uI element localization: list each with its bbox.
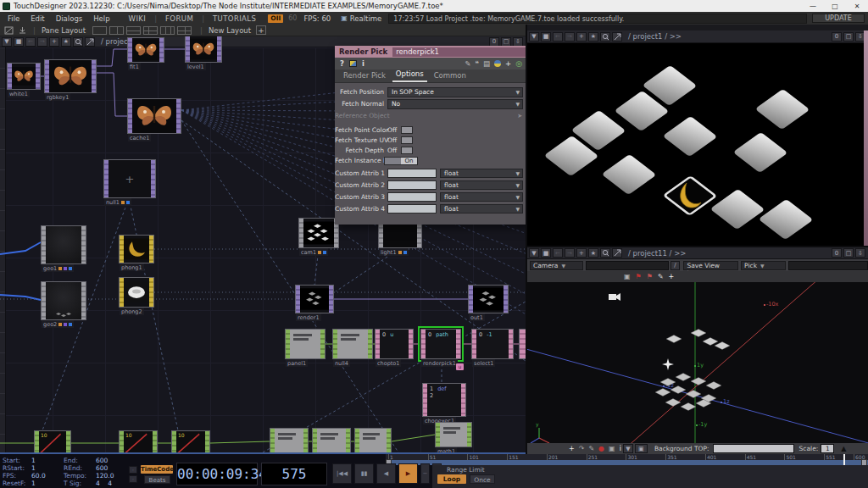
- menu-item-dialogs[interactable]: Dialogs: [56, 14, 83, 23]
- timeline-field-value[interactable]: 4 4: [96, 480, 112, 487]
- node-level1[interactable]: level1: [185, 36, 222, 63]
- attrib-type-menu[interactable]: float▼: [440, 169, 523, 178]
- node-viewer[interactable]: [300, 286, 329, 313]
- corner-arrow-icon[interactable]: ▲: [841, 445, 846, 452]
- pane-maximize-button[interactable]: □: [843, 248, 854, 258]
- node-math1[interactable]: math1: [435, 422, 472, 447]
- performance-badge[interactable]: OII: [268, 14, 283, 23]
- new-layout-button[interactable]: +: [256, 25, 266, 35]
- node-viewer[interactable]: [12, 64, 36, 89]
- output-connector[interactable]: [387, 429, 391, 452]
- toggle-box[interactable]: [401, 136, 413, 144]
- attrib-field[interactable]: [387, 204, 437, 214]
- move-icon[interactable]: +: [569, 445, 575, 452]
- node-viewer[interactable]: 0u: [380, 330, 409, 358]
- python-icon[interactable]: [494, 60, 501, 67]
- attrib-field[interactable]: [387, 180, 437, 190]
- record-icon[interactable]: ●: [598, 445, 604, 452]
- render-output-pane[interactable]: ▼■←→+★ / project1 / >> 0□⇩: [526, 25, 868, 246]
- game-tile[interactable]: [601, 154, 656, 195]
- node-viewer[interactable]: [190, 36, 217, 62]
- camera-tool-icon[interactable]: ▣: [624, 273, 631, 280]
- node-null4[interactable]: null4: [332, 329, 373, 359]
- search-button[interactable]: [73, 37, 83, 47]
- node-viewer[interactable]: [317, 429, 346, 452]
- game-tile[interactable]: [732, 132, 787, 173]
- node-chopexec1[interactable]: 1def2chopexec1: [422, 383, 466, 417]
- rotate-icon[interactable]: ↷: [579, 445, 585, 452]
- geometry-viewport[interactable]: -10x1y-1y-1z1zy: [527, 282, 868, 445]
- output-connector[interactable]: [81, 226, 86, 263]
- loop-button[interactable]: Loop: [437, 474, 466, 484]
- info-icon[interactable]: i: [362, 59, 364, 68]
- camera-view-button[interactable]: ▣: [635, 444, 648, 453]
- play-button[interactable]: ▶: [398, 463, 418, 484]
- node-null6[interactable]: 0: [519, 329, 526, 359]
- output-connector[interactable]: [153, 431, 157, 452]
- pane-split-button[interactable]: ⇩: [513, 37, 523, 47]
- back-button[interactable]: ←: [25, 37, 36, 47]
- pause-button[interactable]: ▮▮: [354, 463, 374, 484]
- output-connector[interactable]: [159, 38, 164, 62]
- timeline-field-value[interactable]: 1: [31, 457, 36, 464]
- menu-link-wiki[interactable]: WIKI: [129, 14, 147, 23]
- minimize-button[interactable]: —: [802, 0, 824, 12]
- add-button[interactable]: +: [576, 32, 587, 42]
- camera-small-button[interactable]: /: [670, 261, 681, 270]
- node-viewer[interactable]: [275, 429, 303, 452]
- node-viewer[interactable]: [473, 286, 504, 313]
- camera-select[interactable]: Camera▼: [530, 261, 583, 270]
- game-tile[interactable]: [758, 199, 813, 240]
- info-icon[interactable]: i: [620, 445, 621, 452]
- output-connector[interactable]: [36, 64, 40, 89]
- timeline-field-value[interactable]: 1: [31, 464, 36, 472]
- save-layout-icon[interactable]: [18, 26, 27, 35]
- draw-icon[interactable]: ✎: [588, 445, 594, 452]
- scale-field[interactable]: 1: [821, 444, 834, 453]
- search-button[interactable]: [600, 248, 610, 258]
- node-viewer[interactable]: [49, 60, 92, 92]
- output-connector[interactable]: [461, 384, 465, 416]
- game-tile[interactable]: [754, 89, 810, 130]
- node-cam1[interactable]: cam1: [298, 218, 339, 248]
- attrib-type-menu[interactable]: float▼: [440, 180, 523, 190]
- attrib-field[interactable]: [387, 192, 437, 202]
- close-button[interactable]: ✕: [846, 0, 868, 12]
- output-connector[interactable]: [205, 431, 209, 452]
- output-connector[interactable]: [151, 160, 155, 197]
- play-reverse-button[interactable]: ◀: [376, 463, 396, 484]
- timeline-field-value[interactable]: 120.0: [96, 472, 114, 480]
- pane-split-button[interactable]: ⇩: [855, 248, 865, 258]
- node-viewer[interactable]: [124, 278, 149, 307]
- node-select1[interactable]: 0-1select1: [471, 329, 514, 359]
- menu-link-tutorials[interactable]: TUTORIALS: [213, 14, 256, 23]
- layout-preset-1[interactable]: [109, 26, 124, 35]
- frame-display[interactable]: 575: [261, 463, 327, 485]
- menu-item-help[interactable]: Help: [93, 14, 109, 23]
- beats-mode-button[interactable]: Beats: [144, 475, 170, 484]
- pane-zero-button[interactable]: 0: [489, 37, 499, 47]
- flag-icon[interactable]: ⚑: [636, 273, 642, 280]
- render-pick-parameter-dialog[interactable]: Render Pick renderpick1 ? i ✎ ❝ ▤ + ◎ Re…: [335, 46, 527, 225]
- forward-button[interactable]: →: [37, 37, 47, 47]
- target-icon[interactable]: ◎: [515, 59, 522, 68]
- output-connector[interactable]: [176, 99, 181, 133]
- maximize-button[interactable]: □: [824, 0, 846, 12]
- layout-preset-0[interactable]: [92, 26, 107, 35]
- instance-id-switch[interactable]: On: [384, 157, 418, 165]
- timeline-field-value[interactable]: 600: [96, 464, 108, 472]
- node-viewer[interactable]: [46, 282, 81, 319]
- home-button[interactable]: ■: [541, 248, 551, 258]
- param-menu[interactable]: No▼: [387, 99, 523, 109]
- collapse-button[interactable]: ▼: [529, 248, 539, 258]
- game-tile[interactable]: [662, 116, 717, 157]
- add-button[interactable]: +: [576, 248, 587, 258]
- timeline-field-value[interactable]: 600: [96, 457, 108, 464]
- node-game2[interactable]: game2: [270, 428, 309, 452]
- layout-preset-3[interactable]: [143, 26, 158, 35]
- timeline-field-value[interactable]: 1: [31, 480, 36, 487]
- node-viewer[interactable]: 10: [176, 431, 205, 452]
- star-button[interactable]: ★: [588, 248, 598, 258]
- pane-maximize-button[interactable]: □: [501, 37, 511, 47]
- output-connector[interactable]: [504, 286, 508, 313]
